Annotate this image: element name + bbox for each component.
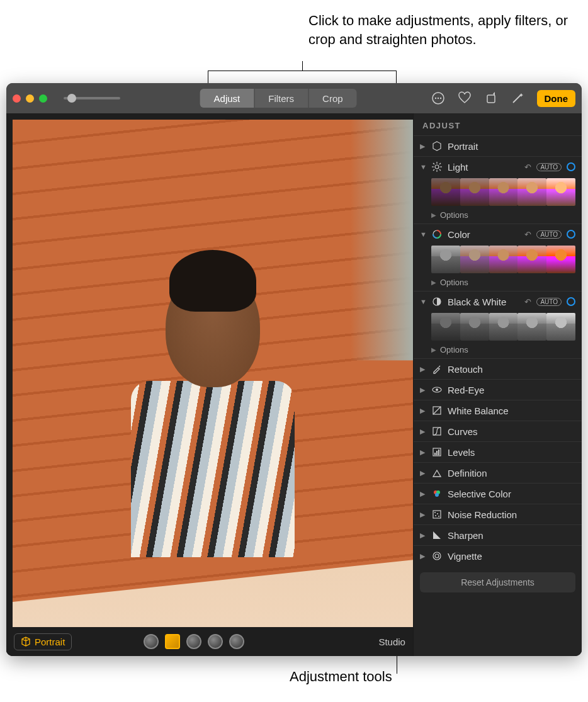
adjust-white-balance-row[interactable]: ▶White Balance xyxy=(414,400,582,421)
svg-point-28 xyxy=(434,512,436,513)
edit-mode-segmented-control: Adjust Filters Crop xyxy=(200,89,357,108)
adjust-curves-row[interactable]: ▶Curves xyxy=(414,421,582,441)
adjust-bw-label: Black & White xyxy=(448,297,519,307)
adjust-noise-reduction-row[interactable]: ▶Noise Reduction xyxy=(414,504,582,524)
adjust-levels-row[interactable]: ▶Levels xyxy=(414,441,582,462)
curves-icon xyxy=(431,426,443,437)
color-wheel-icon xyxy=(431,229,443,240)
svg-point-1 xyxy=(434,98,436,99)
chevron-right-icon: ▶ xyxy=(420,448,426,456)
svg-point-2 xyxy=(437,98,438,99)
chevron-right-icon: ▶ xyxy=(420,365,426,373)
lighting-stage-mono[interactable] xyxy=(229,634,244,649)
svg-point-5 xyxy=(435,165,439,169)
annotation-top: Click to make adjustments, apply filters… xyxy=(308,11,588,48)
svg-line-12 xyxy=(439,163,441,164)
tab-crop[interactable]: Crop xyxy=(308,89,357,108)
portrait-lighting-picker xyxy=(144,634,244,649)
adjust-vignette-label: Vignette xyxy=(448,551,575,562)
done-button[interactable]: Done xyxy=(537,90,576,107)
color-options-row[interactable]: ▶Options xyxy=(414,276,582,291)
close-window-button[interactable] xyxy=(13,94,21,103)
svg-line-13 xyxy=(433,169,434,171)
edited-photo[interactable] xyxy=(13,120,413,627)
levels-icon xyxy=(431,446,443,458)
auto-button[interactable]: AUTO xyxy=(536,298,562,306)
svg-point-30 xyxy=(435,515,436,516)
auto-button[interactable]: AUTO xyxy=(536,163,562,171)
adjust-red-eye-label: Red-Eye xyxy=(448,385,575,395)
tab-filters[interactable]: Filters xyxy=(254,89,308,108)
adjust-vignette-row[interactable]: ▶Vignette xyxy=(414,545,582,566)
bw-preview-thumbs[interactable] xyxy=(414,312,582,343)
window-controls xyxy=(13,94,47,103)
sun-icon xyxy=(431,161,443,173)
chevron-right-icon: ▶ xyxy=(420,407,426,415)
lighting-studio[interactable] xyxy=(165,634,180,649)
portrait-lighting-bar: Portrait Studio xyxy=(6,627,413,656)
svg-point-32 xyxy=(433,552,441,560)
adjust-definition-label: Definition xyxy=(448,468,575,478)
svg-rect-4 xyxy=(487,95,495,103)
portrait-badge-label: Portrait xyxy=(35,637,65,647)
adjust-bw-row[interactable]: ▼ Black & White ↶ AUTO xyxy=(414,291,582,312)
color-preview-thumbs[interactable] xyxy=(414,244,582,276)
adjust-light-row[interactable]: ▼ Light ↶ AUTO xyxy=(414,156,582,177)
undo-icon[interactable]: ↶ xyxy=(524,297,531,307)
adjust-levels-label: Levels xyxy=(448,447,575,458)
tab-adjust[interactable]: Adjust xyxy=(200,89,254,108)
adjust-definition-row[interactable]: ▶Definition xyxy=(414,462,582,483)
cube-icon xyxy=(21,637,31,647)
chevron-right-icon: ▶ xyxy=(420,427,426,436)
bw-options-row[interactable]: ▶Options xyxy=(414,343,582,358)
fullscreen-window-button[interactable] xyxy=(39,94,47,103)
rotate-icon[interactable] xyxy=(484,91,498,105)
photo-canvas-area: Portrait Studio xyxy=(6,113,413,656)
photos-edit-window: Adjust Filters Crop Done xyxy=(6,83,582,656)
white-balance-icon xyxy=(431,405,443,416)
adjust-color-label: Color xyxy=(448,229,519,240)
adjust-color-row[interactable]: ▼ Color ↶ AUTO xyxy=(414,224,582,244)
adjust-white-balance-label: White Balance xyxy=(448,405,575,416)
minimize-window-button[interactable] xyxy=(26,94,34,103)
portrait-mode-badge[interactable]: Portrait xyxy=(14,633,72,650)
adjust-sharpen-row[interactable]: ▶Sharpen xyxy=(414,524,582,545)
adjust-retouch-row[interactable]: ▶Retouch xyxy=(414,358,582,379)
chevron-right-icon: ▶ xyxy=(420,469,426,477)
light-preview-thumbs[interactable] xyxy=(414,177,582,208)
svg-point-3 xyxy=(439,98,441,99)
lighting-stage[interactable] xyxy=(208,634,223,649)
zoom-slider[interactable] xyxy=(64,97,120,99)
lighting-contour[interactable] xyxy=(186,634,201,649)
chevron-down-icon: ▼ xyxy=(420,298,426,305)
sidebar-header: ADJUST xyxy=(414,113,582,135)
chevron-right-icon: ▶ xyxy=(420,552,426,560)
svg-point-17 xyxy=(436,388,438,391)
lighting-natural[interactable] xyxy=(144,634,159,649)
adjust-selective-color-row[interactable]: ▶Selective Color xyxy=(414,483,582,504)
chevron-right-icon: ▶ xyxy=(420,531,426,540)
titlebar: Adjust Filters Crop Done xyxy=(6,83,582,113)
svg-rect-23 xyxy=(438,450,439,455)
undo-icon[interactable]: ↶ xyxy=(524,162,531,172)
half-circle-icon xyxy=(431,296,443,307)
sharpen-icon xyxy=(431,529,443,541)
adjust-red-eye-row[interactable]: ▶Red-Eye xyxy=(414,379,582,400)
svg-line-10 xyxy=(433,163,434,164)
adjust-portrait-row[interactable]: ▶ Portrait xyxy=(414,135,582,156)
light-options-row[interactable]: ▶Options xyxy=(414,208,582,224)
enabled-indicator-icon[interactable] xyxy=(567,297,575,306)
retouch-icon xyxy=(431,363,443,375)
definition-icon xyxy=(431,467,443,478)
enabled-indicator-icon[interactable] xyxy=(567,162,575,171)
chevron-right-icon: ▶ xyxy=(420,490,426,498)
auto-enhance-icon[interactable] xyxy=(511,91,524,105)
undo-icon[interactable]: ↶ xyxy=(524,230,531,239)
auto-button[interactable]: AUTO xyxy=(536,230,562,239)
more-options-icon[interactable] xyxy=(431,91,445,105)
adjust-light-label: Light xyxy=(448,162,519,173)
favorite-heart-icon[interactable] xyxy=(458,91,472,105)
annotation-bottom: Adjustment tools xyxy=(290,669,392,685)
enabled-indicator-icon[interactable] xyxy=(567,230,575,239)
reset-adjustments-button[interactable]: Reset Adjustments xyxy=(420,572,575,592)
